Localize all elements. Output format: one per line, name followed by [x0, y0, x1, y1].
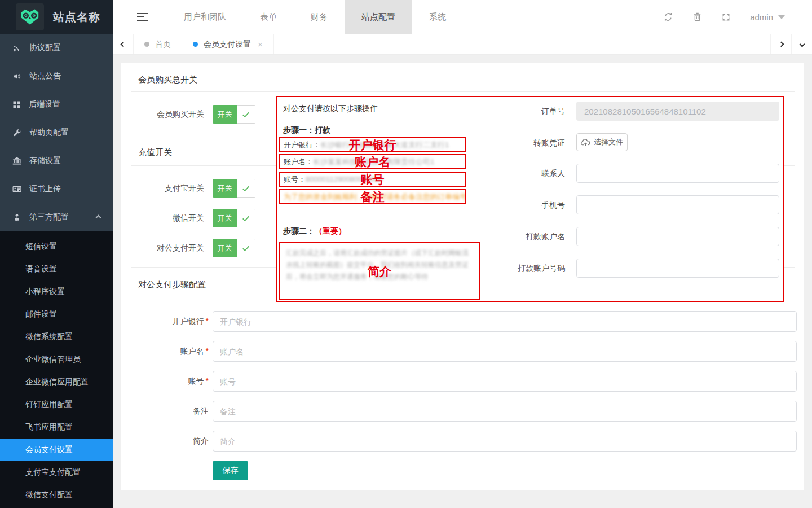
- tab-bar: 首页 会员支付设置 ×: [113, 34, 812, 55]
- member-switch-label: 会员购买开关: [121, 105, 204, 124]
- guide-account-name-row: 账户名：长沙某某科技信息技术有限责任公司1 账户名: [279, 154, 466, 169]
- account-number-input[interactable]: [213, 371, 797, 392]
- account-number-field-label: 账号*: [121, 371, 209, 392]
- close-tab-icon[interactable]: ×: [258, 40, 263, 49]
- nav-forms[interactable]: 表单: [243, 0, 294, 34]
- app-logo: [16, 3, 44, 30]
- submenu-wecom-app-config[interactable]: 企业微信应用配置: [0, 371, 113, 393]
- sidebar-item-storage-settings[interactable]: 存储设置: [0, 147, 113, 175]
- tabs-menu-button[interactable]: [791, 34, 812, 54]
- nav-finance[interactable]: 财务: [294, 0, 345, 34]
- submenu-feishu-app-config[interactable]: 飞书应用配置: [0, 416, 113, 439]
- guide-note-row: 为了您的资金到账顺利，转账时请务必备注您的订单编号 备注: [279, 189, 466, 204]
- payment-steps-guide-image: 对公支付请按以下步骤操作 步骤一：打款 开户银行：长沙银行科技园区发展大道支行二…: [276, 96, 784, 302]
- user-icon: [12, 213, 21, 222]
- corporate-pay-switch-label: 对公支付开关: [121, 239, 204, 257]
- submenu-wechat-payment-config[interactable]: 微信支付配置: [0, 484, 113, 506]
- sidebar-item-third-party-config[interactable]: 第三方配置: [0, 203, 113, 231]
- collapse-menu-icon[interactable]: [137, 13, 148, 21]
- alipay-toggle[interactable]: 开关: [213, 179, 255, 198]
- tabs-scroll-right-button[interactable]: [770, 34, 791, 54]
- guide-title: 对公支付请按以下步骤操作: [283, 104, 378, 114]
- third-party-submenu: 短信设置 语音设置 小程序设置 邮件设置 微信系统配置 企业微信管理员 企业微信…: [0, 231, 113, 508]
- check-icon: [241, 244, 250, 253]
- sidebar-item-certificate-upload[interactable]: 证书上传: [0, 175, 113, 203]
- refresh-icon[interactable]: [663, 12, 673, 22]
- nav-system[interactable]: 系统: [412, 0, 463, 34]
- required-asterisk: *: [206, 376, 209, 386]
- tab-member-payment-settings[interactable]: 会员支付设置 ×: [182, 34, 274, 54]
- top-navbar: 用户和团队 表单 财务 站点配置 系统 admin: [113, 0, 812, 34]
- guide-step2-title: 步骤二：（重要）: [283, 226, 346, 237]
- wechat-toggle[interactable]: 开关: [213, 209, 255, 227]
- annotation-note: 备注: [280, 191, 465, 204]
- corporate-pay-toggle[interactable]: 开关: [213, 239, 255, 257]
- payer-account-name-input[interactable]: [576, 227, 779, 246]
- announcement-icon: [12, 72, 21, 81]
- check-icon: [241, 110, 250, 119]
- sidebar-item-backend-settings[interactable]: 后端设置: [0, 90, 113, 119]
- guide-account-number-row: 账号：8000011290080000000 账号: [279, 172, 466, 187]
- remark-field-label: 备注: [121, 401, 209, 422]
- remark-input[interactable]: [213, 401, 797, 422]
- nav-site-config[interactable]: 站点配置: [345, 0, 412, 34]
- submenu-mail-settings[interactable]: 邮件设置: [0, 303, 113, 326]
- phone-input[interactable]: [576, 195, 779, 214]
- section-title-steps-config: 对公支付步骤配置: [138, 279, 206, 290]
- submenu-wecom-admin[interactable]: 企业微信管理员: [0, 348, 113, 371]
- annotation-intro: 简介: [280, 265, 479, 278]
- transfer-voucher-label: 转账凭证: [480, 133, 565, 152]
- section-title-recharge: 充值开关: [138, 147, 172, 158]
- submenu-alipay-payment-config[interactable]: 支付宝支付配置: [0, 461, 113, 484]
- submenu-sms-settings[interactable]: 短信设置: [0, 235, 113, 258]
- wrench-icon: [12, 128, 21, 137]
- intro-field-label: 简介: [121, 431, 209, 452]
- bank-input[interactable]: [213, 311, 797, 332]
- nav-users-teams[interactable]: 用户和团队: [167, 0, 243, 34]
- top-nav: 用户和团队 表单 财务 站点配置 系统: [167, 0, 463, 34]
- account-name-field-label: 账户名*: [121, 341, 209, 362]
- fullscreen-icon[interactable]: [721, 12, 731, 22]
- trash-icon[interactable]: [692, 12, 702, 22]
- check-icon: [241, 184, 250, 193]
- tab-home[interactable]: 首页: [134, 34, 182, 54]
- cloud-upload-icon: [581, 138, 590, 147]
- wechat-switch-label: 微信开关: [121, 209, 204, 227]
- rss-icon: [12, 43, 21, 52]
- tab-dot: [193, 42, 198, 47]
- header-logo-area: 站点名称: [0, 0, 113, 34]
- submenu-member-payment-settings[interactable]: 会员支付设置: [0, 439, 113, 461]
- annotation-account-number: 账号: [280, 173, 465, 186]
- alipay-switch-label: 支付宝开关: [121, 179, 204, 198]
- payer-account-number-label: 打款账户号码: [480, 259, 565, 278]
- user-menu[interactable]: admin: [750, 12, 785, 22]
- bank-field-label: 开户银行*: [121, 311, 209, 332]
- certificate-icon: [12, 185, 21, 194]
- account-name-input[interactable]: [213, 341, 797, 362]
- payer-account-number-input[interactable]: [576, 259, 779, 278]
- settings-panel: 会员购买总开关 会员购买开关 开关 充值开关 支付宝开关 开关 微信开关 开关 …: [121, 63, 804, 490]
- important-tag: （重要）: [315, 226, 346, 235]
- submenu-dingtalk-app-config[interactable]: 钉钉应用配置: [0, 393, 113, 416]
- submenu-voice-settings[interactable]: 语音设置: [0, 258, 113, 281]
- username: admin: [750, 12, 773, 22]
- sidebar-item-help-page-config[interactable]: 帮助页配置: [0, 119, 113, 147]
- intro-input[interactable]: [213, 431, 797, 452]
- sidebar-item-site-announcement[interactable]: 站点公告: [0, 62, 113, 90]
- member-purchase-toggle[interactable]: 开关: [213, 105, 255, 124]
- submenu-miniprogram-settings[interactable]: 小程序设置: [0, 281, 113, 303]
- grid-icon: [12, 100, 21, 109]
- submenu-wechat-system-config[interactable]: 微信系统配置: [0, 326, 113, 348]
- section-title-member-switch: 会员购买总开关: [138, 75, 197, 85]
- tabs-scroll-left-button[interactable]: [113, 34, 134, 54]
- annotation-bank: 开户银行: [280, 139, 465, 152]
- tab-dot: [144, 42, 149, 47]
- check-icon: [241, 214, 250, 223]
- choose-file-button[interactable]: 选择文件: [576, 133, 628, 151]
- sidebar-item-protocol-config[interactable]: 协议配置: [0, 34, 113, 62]
- guide-bank-row: 开户银行：长沙银行科技园区发展大道支行二支行1 开户银行: [279, 137, 466, 152]
- divider: [131, 91, 795, 92]
- site-name: 站点名称: [53, 10, 100, 25]
- save-button[interactable]: 保存: [213, 461, 248, 480]
- contact-input[interactable]: [576, 164, 779, 183]
